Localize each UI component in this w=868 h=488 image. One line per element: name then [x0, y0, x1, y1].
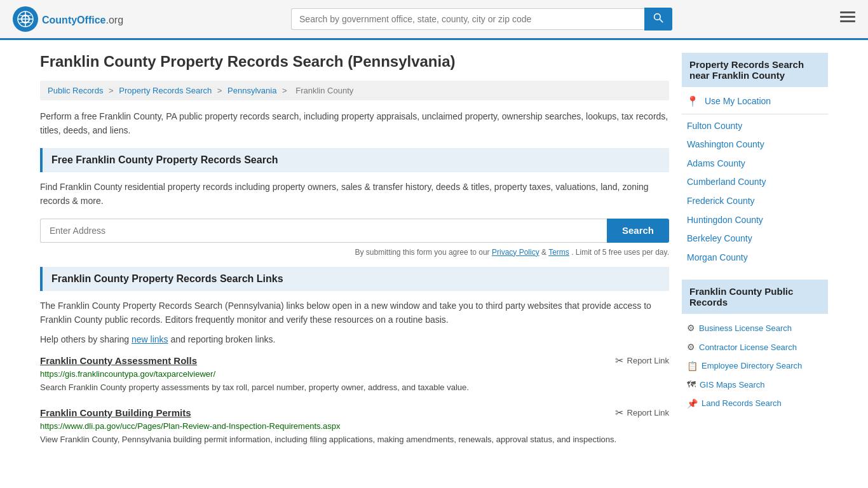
public-link-1[interactable]: ⚙ Contractor License Search — [682, 338, 828, 357]
svg-rect-6 — [840, 11, 855, 13]
nearby-link-5[interactable]: Huntingdon County — [682, 211, 828, 230]
logo-area[interactable]: CountyOffice.org — [13, 6, 123, 32]
svg-rect-8 — [840, 20, 855, 22]
nearby-section: Property Records Search near Franklin Co… — [682, 53, 828, 267]
breadcrumb-property-records[interactable]: Property Records Search — [119, 86, 212, 95]
report-link-button-1[interactable]: ✂ Report Link — [615, 355, 669, 367]
map-icon: 🗺 — [687, 379, 696, 391]
svg-line-5 — [660, 19, 663, 22]
record-link-header-1: Franklin County Assessment Rolls ✂ Repor… — [40, 355, 669, 367]
nearby-link-6[interactable]: Berkeley County — [682, 229, 828, 248]
header-search-bar — [291, 8, 672, 30]
record-link-item-2: Franklin County Building Permits ✂ Repor… — [40, 407, 669, 446]
nearby-link-0[interactable]: Fulton County — [682, 117, 828, 136]
logo-text: CountyOffice.org — [42, 12, 123, 27]
help-text: Help others by sharing new links and rep… — [40, 334, 669, 344]
public-link-4[interactable]: 📌 Land Records Search — [682, 395, 828, 414]
divider — [682, 114, 828, 114]
new-links-link[interactable]: new links — [132, 334, 168, 344]
public-link-2[interactable]: 📋 Employee Directory Search — [682, 357, 828, 376]
address-input[interactable] — [40, 219, 607, 243]
header-search-input[interactable] — [291, 8, 644, 30]
gear-icon-1: ⚙ — [687, 341, 695, 354]
search-button[interactable]: Search — [607, 219, 669, 243]
svg-point-4 — [654, 14, 661, 20]
nearby-link-7[interactable]: Morgan County — [682, 248, 828, 268]
address-form: Search — [40, 219, 669, 243]
gear-icon-0: ⚙ — [687, 322, 695, 335]
main-content: Franklin County Property Records Search … — [40, 53, 669, 458]
document-icon: 📋 — [687, 360, 698, 373]
privacy-policy-link[interactable]: Privacy Policy — [492, 248, 539, 257]
record-desc-2: View Franklin County, Pennsylvania build… — [40, 433, 669, 446]
public-records-title: Franklin County Public Records — [682, 280, 828, 314]
svg-rect-7 — [840, 16, 855, 18]
nearby-link-4[interactable]: Frederick County — [682, 192, 828, 211]
links-section-header: Franklin County Property Records Search … — [40, 267, 669, 291]
record-link-title-2[interactable]: Franklin County Building Permits — [40, 407, 191, 418]
breadcrumb: Public Records > Property Records Search… — [40, 81, 669, 100]
links-description: The Franklin County Property Records Sea… — [40, 299, 669, 327]
public-link-0[interactable]: ⚙ Business License Search — [682, 319, 828, 338]
hamburger-menu[interactable] — [840, 10, 855, 29]
record-desc-1: Search Franklin County property assessme… — [40, 381, 669, 394]
record-url-1[interactable]: https://gis.franklincountypa.gov/taxparc… — [40, 369, 669, 379]
form-disclaimer: By submitting this form you agree to our… — [40, 248, 669, 257]
record-link-title-1[interactable]: Franklin County Assessment Rolls — [40, 355, 197, 366]
free-search-description: Find Franklin County residential propert… — [40, 180, 669, 208]
site-header: CountyOffice.org — [0, 0, 868, 40]
breadcrumb-current: Franklin County — [295, 86, 353, 95]
free-search-header: Free Franklin County Property Records Se… — [40, 148, 669, 172]
use-my-location-link[interactable]: 📍 Use My Location — [682, 92, 828, 111]
intro-text: Perform a free Franklin County, PA publi… — [40, 109, 669, 138]
header-search-button[interactable] — [644, 8, 672, 30]
terms-link[interactable]: Terms — [548, 248, 569, 257]
location-pin-icon: 📍 — [687, 96, 698, 107]
logo-icon — [13, 6, 38, 32]
nearby-title: Property Records Search near Franklin Co… — [682, 53, 828, 87]
record-url-2[interactable]: https://www.dli.pa.gov/ucc/Pages/Plan-Re… — [40, 421, 669, 431]
report-icon-2: ✂ — [615, 407, 623, 419]
report-icon-1: ✂ — [615, 355, 623, 367]
nearby-link-2[interactable]: Adams County — [682, 154, 828, 173]
content-wrapper: Franklin County Property Records Search … — [27, 40, 841, 458]
breadcrumb-pennsylvania[interactable]: Pennsylvania — [227, 86, 276, 95]
nearby-link-3[interactable]: Cumberland County — [682, 173, 828, 192]
nearby-link-1[interactable]: Washington County — [682, 135, 828, 154]
sidebar: Property Records Search near Franklin Co… — [682, 53, 828, 458]
public-link-3[interactable]: 🗺 GIS Maps Search — [682, 376, 828, 395]
breadcrumb-public-records[interactable]: Public Records — [48, 86, 103, 95]
record-link-header-2: Franklin County Building Permits ✂ Repor… — [40, 407, 669, 419]
page-title: Franklin County Property Records Search … — [40, 53, 669, 71]
public-records-section: Franklin County Public Records ⚙ Busines… — [682, 280, 828, 413]
record-link-item-1: Franklin County Assessment Rolls ✂ Repor… — [40, 355, 669, 394]
report-link-button-2[interactable]: ✂ Report Link — [615, 407, 669, 419]
pin-icon: 📌 — [687, 398, 698, 410]
